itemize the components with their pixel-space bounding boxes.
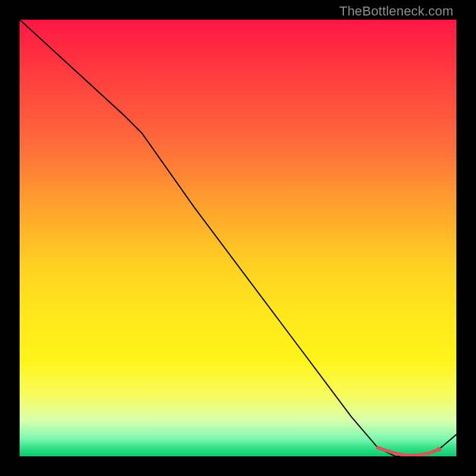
chart-svg <box>20 20 456 456</box>
valley-highlight <box>378 447 439 455</box>
chart-stage: TheBottleneck.com <box>0 0 476 476</box>
valley-end-dot <box>437 447 441 452</box>
plot-area <box>20 20 456 456</box>
watermark-label: TheBottleneck.com <box>339 4 453 19</box>
bottleneck-curve <box>20 20 456 456</box>
